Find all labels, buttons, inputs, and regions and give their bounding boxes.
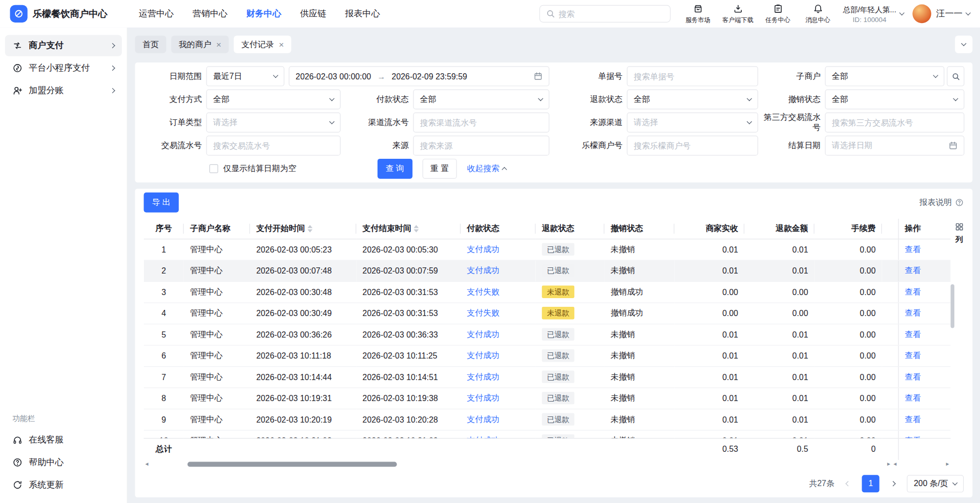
scroll-left-fixed-icon[interactable]: ◄ xyxy=(892,462,898,467)
pay-status-link[interactable]: 支付成功 xyxy=(467,350,499,360)
message-center-button[interactable]: 消息中心 xyxy=(798,4,838,24)
close-icon[interactable]: × xyxy=(216,40,221,49)
nav-marketing[interactable]: 营销中心 xyxy=(193,8,227,19)
nav-reports[interactable]: 报表中心 xyxy=(345,8,380,19)
user-menu[interactable]: 汪一一 xyxy=(936,8,970,19)
view-action-link[interactable]: 查看 xyxy=(905,287,921,296)
service-market-button[interactable]: 服务市场 xyxy=(678,4,718,24)
table-row[interactable]: 10管理中心2026-02-03 10:21:022026-02-03 10:2… xyxy=(144,430,951,438)
view-action-link[interactable]: 查看 xyxy=(905,393,921,402)
nav-supply-chain[interactable]: 供应链 xyxy=(300,8,326,19)
search-input[interactable] xyxy=(558,9,663,18)
date-preset-select[interactable]: 最近7日 xyxy=(206,66,285,86)
table-row[interactable]: 6管理中心2026-02-03 10:11:182026-02-03 10:11… xyxy=(144,345,951,366)
view-action-link[interactable]: 查看 xyxy=(905,266,921,275)
sort-icon[interactable] xyxy=(414,225,419,233)
sub-merchant-select[interactable]: 全部 xyxy=(825,66,944,86)
collapse-search-link[interactable]: 收起搜索 xyxy=(467,163,507,174)
table-row[interactable]: 9管理中心2026-02-03 10:20:192026-02-03 10:20… xyxy=(144,409,951,430)
nav-finance[interactable]: 财务中心 xyxy=(246,8,281,19)
view-action-link[interactable]: 查看 xyxy=(905,350,921,360)
view-action-link[interactable]: 查看 xyxy=(905,414,921,424)
hscroll-track[interactable] xyxy=(150,459,886,468)
sidebar-item-platform-miniapp-pay[interactable]: 平台小程序支付 xyxy=(5,57,122,78)
bell-icon xyxy=(813,4,823,14)
source-input[interactable] xyxy=(413,136,549,156)
pay-method-label: 支付方式 xyxy=(144,94,202,104)
table-row[interactable]: 3管理中心2026-02-03 00:30:482026-02-03 00:31… xyxy=(144,281,951,302)
table-row[interactable]: 5管理中心2026-02-03 00:36:262026-02-03 00:36… xyxy=(144,324,951,345)
vertical-scrollbar[interactable] xyxy=(951,239,954,438)
pay-status-link[interactable]: 支付失败 xyxy=(467,308,499,317)
pay-status-link[interactable]: 支付成功 xyxy=(467,329,499,339)
view-action-link[interactable]: 查看 xyxy=(905,244,921,254)
hscroll-thumb[interactable] xyxy=(187,462,397,467)
settle-date-input[interactable]: 请选择日期 xyxy=(825,136,964,156)
reset-button[interactable]: 重 置 xyxy=(422,159,457,179)
sidebar-item-help-center[interactable]: 帮助中心 xyxy=(5,452,122,473)
scroll-left-icon[interactable]: ◄ xyxy=(144,462,150,467)
pay-status-link[interactable]: 支付成功 xyxy=(467,244,499,254)
nav-operations[interactable]: 运营中心 xyxy=(139,8,174,19)
table-row[interactable]: 7管理中心2026-02-03 10:14:442026-02-03 10:14… xyxy=(144,366,951,387)
view-action-link[interactable]: 查看 xyxy=(905,308,921,317)
pay-method-select[interactable]: 全部 xyxy=(206,89,341,109)
column-header[interactable]: 支付开始时间 xyxy=(250,219,356,239)
view-action-link[interactable]: 查看 xyxy=(905,372,921,381)
lemon-merchant-no-input[interactable] xyxy=(627,136,758,156)
bill-no-input[interactable] xyxy=(627,66,758,86)
client-download-button[interactable]: 客户端下载 xyxy=(718,4,758,24)
sidebar-item-merchant-pay[interactable]: 商户支付 xyxy=(5,35,122,56)
view-action-link[interactable]: 查看 xyxy=(905,435,921,438)
date-range-input[interactable]: 2026-02-03 00:00:00 → 2026-02-09 23:59:5… xyxy=(289,66,550,86)
table-row[interactable]: 1管理中心2026-02-03 00:05:232026-02-03 00:05… xyxy=(144,239,951,260)
only-empty-settle-checkbox[interactable] xyxy=(210,164,218,173)
tab-list-dropdown[interactable] xyxy=(955,36,972,53)
pay-status-link[interactable]: 支付成功 xyxy=(467,372,499,381)
refund-status-select[interactable]: 全部 xyxy=(627,89,758,109)
table-row[interactable]: 4管理中心2026-02-03 00:30:492026-02-03 00:31… xyxy=(144,302,951,323)
third-party-no-input[interactable] xyxy=(825,113,964,133)
search-button[interactable]: 查 询 xyxy=(378,159,412,179)
org-selector[interactable]: 总部/年轻人第... ID: 100004 xyxy=(843,5,904,23)
sub-merchant-search-button[interactable] xyxy=(947,66,964,86)
prev-page-button[interactable] xyxy=(841,476,856,491)
global-search[interactable] xyxy=(539,5,670,23)
pay-status-link[interactable]: 支付成功 xyxy=(467,414,499,424)
sidebar-item-online-service[interactable]: 在线客服 xyxy=(5,429,122,450)
column-header[interactable]: 支付结束时间 xyxy=(356,219,461,239)
task-center-button[interactable]: 任务中心 xyxy=(758,4,798,24)
page-number-button[interactable]: 1 xyxy=(862,475,879,492)
tab-my-merchants[interactable]: 我的商户 × xyxy=(171,36,228,53)
pay-status-link[interactable]: 支付成功 xyxy=(467,435,499,438)
trade-no-input[interactable] xyxy=(206,136,341,156)
pay-status-link[interactable]: 支付成功 xyxy=(467,266,499,275)
sort-icon[interactable] xyxy=(307,225,312,233)
fee-amount: 0.00 xyxy=(860,372,875,382)
scroll-right-icon[interactable]: ► xyxy=(886,462,892,467)
pay-status-link[interactable]: 支付成功 xyxy=(467,393,499,402)
vscroll-thumb[interactable] xyxy=(951,284,954,328)
next-page-button[interactable] xyxy=(886,476,901,491)
scroll-right-fixed-icon[interactable]: ► xyxy=(944,462,950,467)
cancel-status-select[interactable]: 全部 xyxy=(825,89,964,109)
source-channel-select[interactable]: 请选择 xyxy=(627,113,758,133)
user-avatar[interactable] xyxy=(912,5,931,24)
pay-status-link[interactable]: 支付失败 xyxy=(467,287,499,296)
table-row[interactable]: 2管理中心2026-02-03 00:07:482026-02-03 00:07… xyxy=(144,260,951,281)
horizontal-scrollbar[interactable]: ◄ ► ◄ ► xyxy=(144,459,951,468)
order-type-select[interactable]: 请选择 xyxy=(206,113,341,133)
close-icon[interactable]: × xyxy=(279,40,284,49)
table-row[interactable]: 8管理中心2026-02-03 10:19:312026-02-03 10:19… xyxy=(144,387,951,408)
view-action-link[interactable]: 查看 xyxy=(905,329,921,339)
channel-no-input[interactable] xyxy=(413,113,549,133)
tab-home[interactable]: 首页 xyxy=(135,36,166,53)
sidebar-item-franchise-split[interactable]: 加盟分账 xyxy=(5,80,122,101)
tab-payment-records[interactable]: 支付记录 × xyxy=(234,36,291,53)
page-size-select[interactable]: 200 条/页 xyxy=(907,475,964,492)
column-settings-button[interactable]: 列 xyxy=(954,219,964,245)
pay-status-select[interactable]: 全部 xyxy=(413,89,549,109)
export-button[interactable]: 导 出 xyxy=(144,193,179,213)
sidebar-item-system-update[interactable]: 系统更新 xyxy=(5,474,122,495)
report-note-link[interactable]: 报表说明 xyxy=(920,197,964,208)
